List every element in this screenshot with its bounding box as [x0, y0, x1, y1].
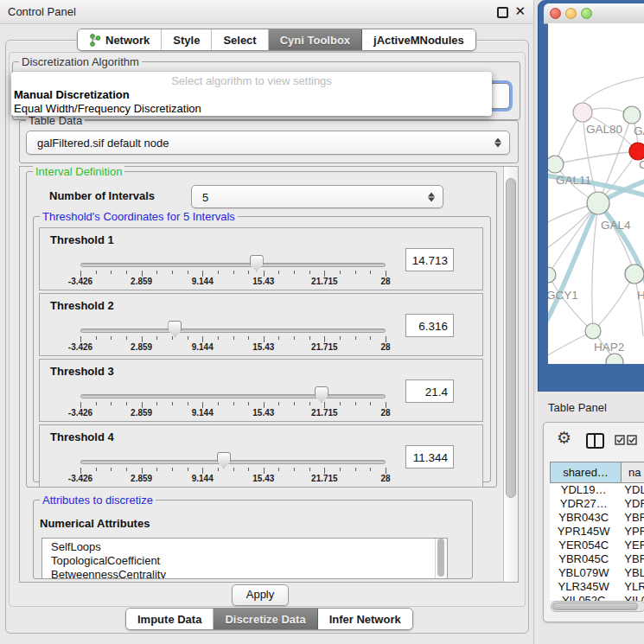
- cell-shared-name[interactable]: YBR043C: [550, 511, 617, 525]
- cell-shared-name[interactable]: YBR045C: [550, 552, 617, 566]
- checkbox-icon[interactable]: [615, 435, 625, 445]
- threshold-value-field[interactable]: 21.4: [405, 379, 454, 403]
- slider-tick: [202, 336, 203, 342]
- number-of-intervals-combobox[interactable]: 5: [191, 185, 443, 208]
- cell-name[interactable]: YIL05: [617, 594, 644, 601]
- threshold-value-field[interactable]: 6.316: [405, 314, 454, 337]
- scrollbar-thumb[interactable]: [506, 178, 516, 498]
- table-row[interactable]: YDR27…YDR27: [550, 497, 644, 511]
- apply-button[interactable]: Apply: [232, 584, 289, 606]
- gear-icon[interactable]: ⚙: [557, 430, 571, 446]
- network-node-green[interactable]: [548, 267, 556, 283]
- network-node-green[interactable]: [585, 323, 601, 339]
- cell-name[interactable]: YDL19: [617, 483, 644, 497]
- mac-minimize-button[interactable]: [565, 8, 577, 19]
- cell-name[interactable]: YBR04: [617, 552, 644, 566]
- network-edge[interactable]: [598, 203, 634, 274]
- table-row[interactable]: YER054CYER05: [550, 539, 644, 552]
- column-header-shared-name[interactable]: shared…: [550, 462, 622, 483]
- slider-tick: [324, 336, 325, 342]
- network-edge[interactable]: [555, 151, 638, 164]
- slider-tick: [172, 402, 173, 405]
- attribute-item-selfloops[interactable]: SelfLoops: [42, 540, 447, 554]
- threshold-slider-thumb[interactable]: [315, 386, 328, 403]
- cell-shared-name[interactable]: YDR27…: [550, 497, 617, 511]
- threshold-slider-track[interactable]: [80, 460, 386, 464]
- checkbox-icon[interactable]: [627, 435, 637, 445]
- scrollbar-thumb[interactable]: [437, 539, 444, 577]
- interval-definition-group-title: Interval Definition: [33, 165, 124, 178]
- stepper-arrows-icon: [494, 138, 501, 148]
- settings-vertical-scrollbar[interactable]: [503, 167, 518, 582]
- table-row[interactable]: YBR045CYBR04: [550, 552, 644, 566]
- slider-tick: [96, 402, 97, 405]
- attributes-scrollbar[interactable]: [435, 539, 447, 578]
- tab-network[interactable]: Network: [78, 29, 162, 50]
- algorithm-option-manual-discretization[interactable]: Manual Discretization: [14, 88, 130, 101]
- table-row[interactable]: YDL19…YDL19: [550, 483, 644, 497]
- tab-style[interactable]: Style: [162, 29, 212, 50]
- attribute-item-betweennesscentrality[interactable]: BetweennessCentrality: [42, 568, 447, 579]
- threshold-slider-thumb[interactable]: [250, 255, 264, 271]
- float-window-icon[interactable]: [497, 7, 508, 18]
- threshold-slider-thumb[interactable]: [217, 452, 231, 469]
- scrollbar-thumb[interactable]: [552, 603, 638, 610]
- cell-shared-name[interactable]: YPR145W: [550, 525, 617, 539]
- cell-shared-name[interactable]: YIL052C: [550, 594, 617, 601]
- discretization-algorithm-group-title: Discretization Algorithm: [19, 55, 142, 68]
- mac-zoom-button[interactable]: [581, 8, 592, 19]
- network-node-red[interactable]: [629, 143, 644, 160]
- threshold-slider-track[interactable]: [80, 263, 386, 267]
- split-columns-icon[interactable]: [586, 433, 604, 449]
- network-node-green[interactable]: [625, 265, 644, 284]
- attribute-item-topologicalcoefficient[interactable]: TopologicalCoefficient: [42, 554, 447, 568]
- tab-infer-network[interactable]: Infer Network: [318, 609, 412, 629]
- cell-name[interactable]: YLR34: [617, 580, 644, 594]
- cell-name[interactable]: YER05: [617, 539, 644, 552]
- network-graph[interactable]: GAL80GACGAL11GAL4GCY1HHAP2: [548, 23, 644, 364]
- table-horizontal-scrollbar[interactable]: [551, 601, 644, 612]
- tab-select[interactable]: Select: [212, 29, 268, 50]
- tab-jactivemnodules[interactable]: jActiveMNodules: [362, 29, 475, 50]
- cell-name[interactable]: YBL07: [617, 566, 644, 580]
- network-node-green[interactable]: [587, 192, 609, 214]
- table-row[interactable]: YBR043CYBR04: [550, 511, 644, 525]
- network-node-pink[interactable]: [573, 103, 592, 122]
- table-row[interactable]: YBL079WYBL07: [550, 566, 644, 580]
- cell-shared-name[interactable]: YBL079W: [550, 566, 617, 580]
- slider-tick-label: 9.144: [192, 408, 214, 418]
- network-edge[interactable]: [592, 203, 598, 331]
- threshold-slider-track[interactable]: [80, 328, 386, 333]
- cell-shared-name[interactable]: YDL19…: [550, 483, 617, 497]
- mac-close-button[interactable]: [550, 8, 561, 19]
- slider-tick: [233, 468, 234, 471]
- node-label-gal80: GAL80: [586, 123, 622, 136]
- tab-discretize-data[interactable]: Discretize Data: [214, 609, 317, 629]
- cell-shared-name[interactable]: YER054C: [550, 539, 617, 552]
- cell-shared-name[interactable]: YLR345W: [550, 580, 617, 594]
- tab-label: Select: [223, 34, 256, 47]
- network-canvas[interactable]: GAL80GACGAL11GAL4GCY1HHAP2: [548, 23, 644, 364]
- threshold-value-field[interactable]: 14.713: [405, 248, 454, 271]
- network-node-green[interactable]: [623, 106, 641, 124]
- network-node-green[interactable]: [548, 156, 564, 173]
- network-node-green[interactable]: [606, 354, 623, 364]
- threshold-slider-track[interactable]: [80, 394, 386, 399]
- table-row[interactable]: YIL052CYIL05: [550, 594, 644, 601]
- tab-cyni-toolbox[interactable]: Cyni Toolbox: [269, 29, 362, 50]
- threshold-value-field[interactable]: 11.344: [405, 445, 454, 469]
- cell-name[interactable]: YPR14: [617, 525, 644, 539]
- close-icon[interactable]: ✕: [514, 3, 526, 19]
- slider-tick: [355, 402, 356, 405]
- cell-name[interactable]: YDR27: [617, 497, 644, 511]
- algorithm-option-equal-width-frequency-discretization[interactable]: Equal Width/Frequency Discretization: [14, 102, 201, 115]
- threshold-slider-thumb[interactable]: [168, 321, 182, 337]
- cell-name[interactable]: YBR04: [617, 511, 644, 525]
- table-row[interactable]: YPR145WYPR14: [550, 525, 644, 539]
- column-header-name[interactable]: na: [622, 462, 644, 483]
- table-row[interactable]: YLR345WYLR34: [550, 580, 644, 594]
- network-edge[interactable]: [583, 77, 644, 103]
- tab-impute-data[interactable]: Impute Data: [126, 609, 214, 629]
- table-data-combobox[interactable]: galFiltered.sif default node: [26, 131, 510, 155]
- network-edge[interactable]: [593, 274, 634, 331]
